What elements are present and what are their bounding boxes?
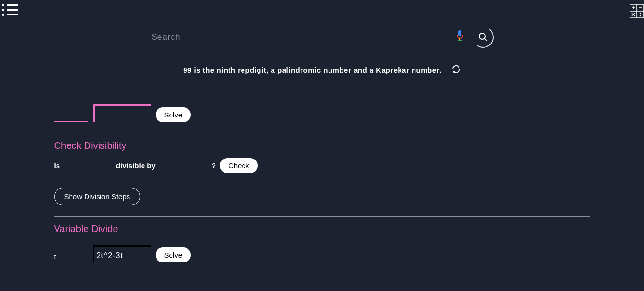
search-icon	[478, 32, 488, 42]
refresh-icon[interactable]	[451, 64, 461, 75]
long-division-solve-button[interactable]: Solve	[156, 107, 191, 122]
long-division-dividend-input[interactable]	[97, 110, 147, 122]
svg-line-14	[485, 39, 487, 41]
search-button[interactable]	[472, 27, 494, 48]
menu-icon[interactable]	[2, 4, 18, 18]
svg-point-9	[640, 15, 641, 17]
divisible-by-label: divisible by	[116, 161, 156, 170]
search-input-wrap	[151, 29, 466, 46]
fact-row: 99 is the ninth repdigit, a palindromic …	[54, 64, 590, 75]
svg-point-13	[479, 33, 485, 39]
divisibility-title: Check Divisibility	[54, 140, 590, 151]
calculator-icon[interactable]	[630, 4, 644, 18]
check-button[interactable]: Check	[220, 158, 258, 173]
divider	[54, 133, 590, 133]
variable-divide-row: Solve	[54, 243, 590, 262]
show-division-steps-button[interactable]: Show Division Steps	[54, 188, 141, 205]
divisibility-row: Is divisible by ? Check	[54, 158, 590, 173]
variable-divide-divisor-input[interactable]	[54, 252, 88, 262]
divider	[54, 216, 590, 217]
is-label: Is	[54, 161, 60, 170]
divisibility-a-input[interactable]	[64, 160, 112, 172]
long-division-bracket	[93, 104, 151, 122]
variable-divide-bracket	[93, 245, 151, 262]
microphone-icon[interactable]	[455, 30, 465, 44]
divisibility-b-input[interactable]	[159, 160, 208, 172]
long-division-divisor-input[interactable]	[54, 112, 88, 122]
steps-row: Show Division Steps	[54, 188, 590, 205]
variable-divide-dividend-input[interactable]	[97, 249, 147, 262]
search-row	[54, 27, 590, 48]
variable-divide-solve-button[interactable]: Solve	[156, 247, 191, 262]
divider	[54, 99, 590, 99]
main-content: 99 is the ninth repdigit, a palindromic …	[54, 0, 590, 262]
svg-point-8	[640, 13, 641, 15]
search-input[interactable]	[151, 29, 452, 46]
svg-rect-10	[458, 30, 461, 36]
fact-text: 99 is the ninth repdigit, a palindromic …	[183, 66, 442, 74]
question-mark: ?	[212, 161, 216, 170]
variable-divide-title: Variable Divide	[54, 223, 590, 234]
long-division-row: Solve	[54, 103, 590, 122]
